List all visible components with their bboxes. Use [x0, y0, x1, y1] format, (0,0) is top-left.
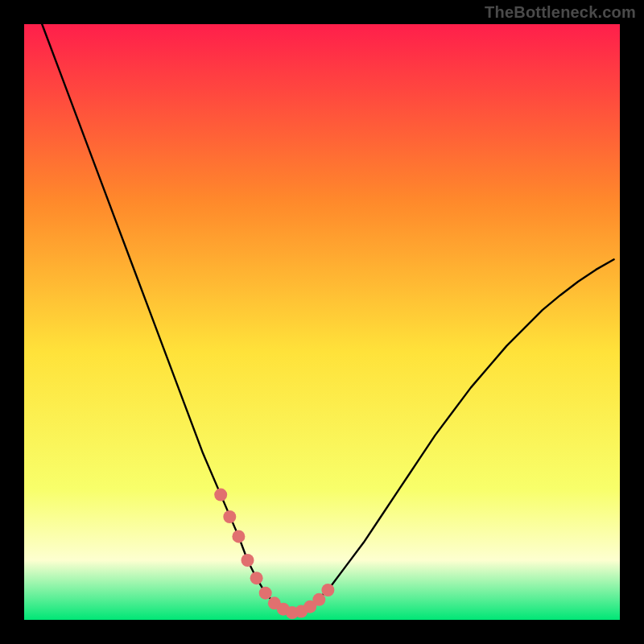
chart-stage: TheBottleneck.com — [0, 0, 644, 644]
sweet-spot-marker — [223, 510, 236, 523]
sweet-spot-marker — [312, 593, 325, 606]
bottleneck-chart — [0, 0, 644, 644]
sweet-spot-marker — [321, 584, 334, 597]
sweet-spot-marker — [214, 489, 227, 502]
sweet-spot-marker — [232, 530, 245, 543]
watermark-text: TheBottleneck.com — [485, 3, 636, 22]
sweet-spot-marker — [242, 554, 254, 567]
sweet-spot-marker — [259, 587, 272, 600]
sweet-spot-marker — [250, 572, 263, 584]
